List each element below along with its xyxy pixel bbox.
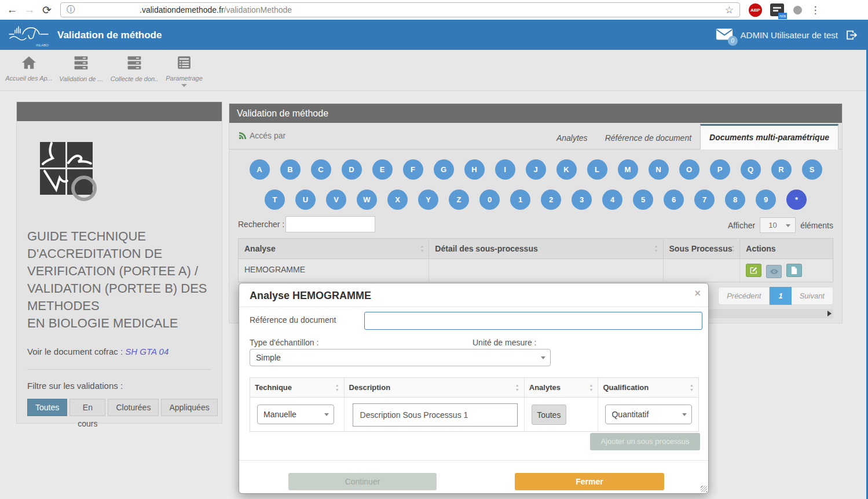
description-input[interactable] [353, 403, 518, 427]
alpha-button-8[interactable]: 8 [725, 190, 745, 210]
back-icon[interactable]: ← [3, 3, 21, 16]
alpha-button-T[interactable]: T [265, 190, 285, 210]
add-subprocess-button[interactable]: Ajouter un sous processus [590, 433, 700, 450]
document-button[interactable] [786, 264, 802, 277]
alpha-button-F[interactable]: F [403, 159, 423, 180]
column-sous-processus[interactable]: Sous Processus [664, 239, 741, 258]
search-input[interactable] [285, 216, 375, 232]
cofrac-link[interactable]: SH GTA 04 [125, 347, 169, 356]
logo-text: INLABO [36, 43, 49, 47]
adblock-extension-icon[interactable]: ABP [749, 3, 762, 17]
qualification-select[interactable]: Quantitatif [605, 405, 692, 424]
fermer-button[interactable]: Fermer [515, 473, 664, 490]
cell-qualification: Quantitatif [598, 398, 698, 431]
logout-icon[interactable] [845, 29, 858, 41]
analytes-toutes-button[interactable]: Toutes [532, 405, 566, 425]
view-button[interactable] [766, 265, 782, 278]
resize-handle[interactable] [701, 486, 707, 492]
column-analytes[interactable]: Analytes [525, 378, 599, 397]
extension-icon[interactable]: n/a [770, 3, 784, 16]
user-name[interactable]: ADMIN Utilisateur de test [741, 30, 838, 40]
close-icon[interactable]: × [694, 287, 701, 300]
alpha-button-M[interactable]: M [618, 159, 638, 180]
alpha-button-I[interactable]: I [495, 159, 515, 180]
tab-analytes[interactable]: Analytes [548, 126, 596, 150]
alpha-button-7[interactable]: 7 [694, 190, 715, 210]
alpha-button-R[interactable]: R [771, 159, 792, 180]
alpha-button-Q[interactable]: Q [741, 159, 761, 180]
bookmark-star-icon[interactable]: ☆ [725, 4, 734, 16]
alpha-button-D[interactable]: D [342, 159, 362, 180]
alpha-button-9[interactable]: 9 [756, 190, 776, 210]
filter-encours-button[interactable]: En cours [69, 399, 105, 416]
alpha-button-4[interactable]: 4 [602, 190, 622, 210]
tab-reference-document[interactable]: Référence de document [596, 126, 700, 150]
display-length-select[interactable]: 10 [760, 217, 796, 233]
column-description[interactable]: Description [345, 378, 525, 397]
nav-parametrage-label: Parametrage [155, 75, 213, 82]
url-path: /validationMethode [224, 5, 292, 14]
alpha-button-0[interactable]: 0 [479, 190, 500, 210]
alpha-button-O[interactable]: O [679, 159, 699, 180]
nav-accueil[interactable]: Accueil des Ap... [0, 56, 58, 82]
alpha-button-E[interactable]: E [372, 159, 393, 180]
nav-validation[interactable]: Validation de ... [52, 56, 110, 82]
messages-button[interactable]: 0 [716, 28, 733, 42]
alpha-button-L[interactable]: L [587, 159, 607, 180]
alpha-button-N[interactable]: N [649, 159, 669, 180]
refresh-icon[interactable]: ⟳ [38, 3, 56, 17]
alpha-button-6[interactable]: 6 [664, 190, 684, 210]
alpha-button-U[interactable]: U [295, 190, 316, 210]
alpha-button-A[interactable]: A [250, 159, 270, 180]
alpha-button-G[interactable]: G [434, 159, 454, 180]
alpha-button-P[interactable]: P [710, 159, 730, 180]
alpha-button-2[interactable]: 2 [541, 190, 561, 210]
chevron-down-icon [324, 413, 329, 416]
alpha-button-W[interactable]: W [357, 190, 377, 210]
alpha-button-K[interactable]: K [556, 159, 577, 180]
alpha-button-J[interactable]: J [526, 159, 546, 180]
tab-documents-multiparametrique[interactable]: Documents multi-paramétrique [700, 124, 838, 150]
sample-type-select[interactable]: Simple [250, 349, 551, 366]
technique-select[interactable]: Manuelle [257, 405, 334, 424]
edit-button[interactable] [746, 264, 761, 277]
nav-collecte[interactable]: Collecte de don.. [105, 56, 163, 82]
display-value: 10 [768, 221, 777, 230]
alpha-button-V[interactable]: V [326, 190, 346, 210]
nav-parametrage[interactable]: Parametrage [155, 56, 213, 87]
alpha-button-S[interactable]: S [802, 159, 822, 180]
scroll-right-icon[interactable] [827, 311, 832, 316]
alpha-button-X[interactable]: X [387, 190, 408, 210]
analyse-modal: Analyse HEMOGRAMME × Référence du docume… [239, 283, 709, 494]
alpha-button-1[interactable]: 1 [510, 190, 530, 210]
filter-toutes-button[interactable]: Toutes [27, 399, 67, 416]
filter-buttons: Toutes En cours Cloturées Appliquées [27, 399, 211, 416]
alpha-button-3[interactable]: 3 [572, 190, 592, 210]
home-icon [21, 56, 36, 70]
url-bar[interactable]: ⓘ .validationdemethode.fr/validationMeth… [60, 2, 740, 17]
alpha-button-B[interactable]: B [280, 159, 301, 180]
filter-appliquees-button[interactable]: Appliquées [161, 399, 217, 416]
reference-input[interactable] [364, 312, 702, 330]
column-detail[interactable]: Détail des sous-processus [429, 239, 663, 258]
divider [27, 369, 211, 370]
column-qualification[interactable]: Qualification [598, 378, 698, 397]
continue-button[interactable]: Continuer [288, 473, 437, 490]
column-technique[interactable]: Technique [250, 378, 345, 397]
access-par-link[interactable]: Accés par [239, 131, 285, 140]
alpha-button-Z[interactable]: Z [449, 190, 469, 210]
filter-cloturees-button[interactable]: Cloturées [108, 399, 159, 416]
alpha-button-Y[interactable]: Y [418, 190, 438, 210]
column-analyse[interactable]: Analyse [239, 239, 429, 258]
alpha-button-*[interactable]: * [786, 190, 807, 210]
pagination-page-1[interactable]: 1 [770, 287, 791, 305]
alpha-button-C[interactable]: C [311, 159, 331, 180]
alpha-button-H[interactable]: H [464, 159, 485, 180]
alpha-button-5[interactable]: 5 [633, 190, 653, 210]
profile-avatar[interactable] [793, 6, 802, 14]
browser-menu-icon[interactable]: ⋮ [810, 4, 821, 16]
site-info-icon[interactable]: ⓘ [67, 5, 75, 15]
forward-icon[interactable]: → [21, 3, 38, 16]
pagination-previous[interactable]: Précédent [718, 287, 770, 305]
pagination-next[interactable]: Suivant [792, 287, 833, 305]
